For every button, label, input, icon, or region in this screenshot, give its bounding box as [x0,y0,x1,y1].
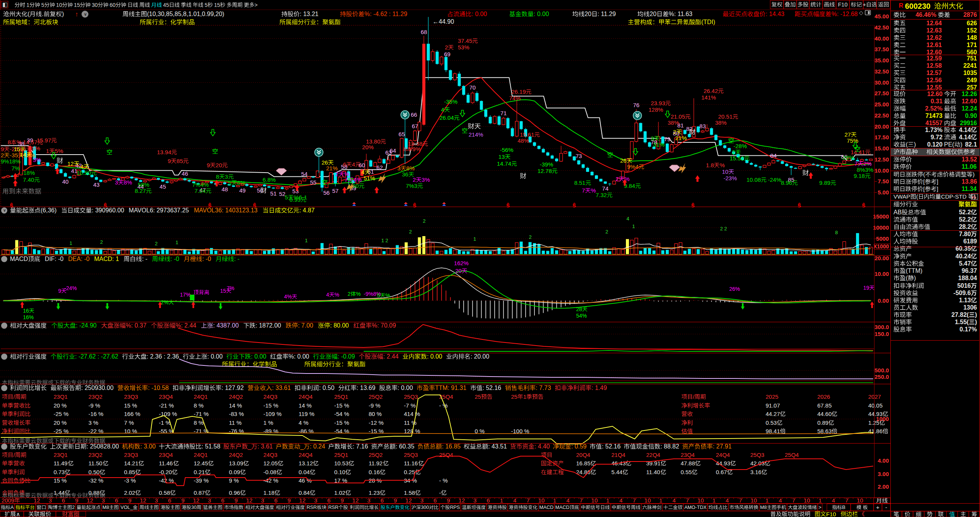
svg-text:5.00: 5.00 [878,189,889,196]
svg-text:8%: 8% [406,165,415,171]
svg-text:500.0: 500.0 [875,367,889,373]
svg-text:26: 26 [620,157,627,164]
svg-text:1000: 1000 [876,416,889,422]
svg-text:2: 2 [529,234,531,240]
svg-text:2: 2 [605,229,608,235]
svg-text:-56%: -56% [500,147,513,153]
svg-text:25Q4: 25Q4 [785,452,799,458]
svg-text:: 4387.00: : 4387.00 [213,322,239,329]
svg-text:0.85: 0.85 [124,469,135,475]
svg-text:26.19: 26.19 [511,88,526,95]
svg-text:1: 1 [632,223,635,229]
svg-text:0.09: 0.09 [229,469,240,475]
svg-text:-: - [439,489,441,496]
svg-text:14.57: 14.57 [23,139,38,145]
svg-text:7: 7 [739,497,742,504]
svg-text:5: 5 [228,179,231,186]
svg-text:9: 9 [58,288,61,294]
svg-text:10: 10 [722,168,728,175]
svg-text:2: 2 [100,239,103,245]
svg-text:A: A [11,505,14,510]
svg-text:30: 30 [92,2,98,8]
svg-text:10.53: 10.53 [334,460,349,466]
svg-text:MACD: MACD [555,505,570,510]
svg-text:37.50: 37.50 [875,46,889,52]
svg-text:12.55: 12.55 [926,84,942,91]
svg-text:4: 4 [619,497,622,504]
svg-text:9: 9 [287,497,291,504]
svg-text:: 4.87: : 4.87 [299,207,315,214]
svg-text:-109 %: -109 % [263,411,282,417]
svg-text:-83 %: -83 % [229,411,244,417]
svg-text:(: ( [923,171,926,178]
svg-text:8: 8 [216,173,219,180]
svg-text:23Q3: 23Q3 [124,452,138,458]
svg-text:X1000: X1000 [874,243,889,250]
svg-text:B: B [842,504,846,510]
svg-text:6.8%: 6.8% [263,176,276,183]
svg-text:20: 20 [455,267,462,274]
svg-text:-86 %: -86 % [299,428,314,434]
svg-text:20%: 20% [362,144,374,150]
svg-text:AMO-TDX: AMO-TDX [684,505,707,510]
svg-text:10: 10 [644,497,651,504]
svg-text:4: 4 [626,216,629,222]
svg-text:70: 70 [469,84,476,91]
svg-text:45.00: 45.00 [875,13,889,20]
svg-text:5.47: 5.47 [959,260,971,267]
svg-text:10: 10 [56,2,62,8]
svg-text:1: 1 [553,497,556,504]
svg-text:4: 4 [441,106,444,113]
svg-text:8%3%: 8%3% [857,166,873,173]
svg-text:4: 4 [673,497,676,504]
svg-text:: 13.69: : 13.69 [357,385,376,391]
svg-text:: -0: : -0 [202,256,211,262]
svg-text:DIF: -0: DIF: -0 [45,256,64,262]
svg-text:-32 %: -32 % [88,477,103,484]
svg-text:28.2: 28.2 [959,223,971,230]
svg-text:7%: 7% [11,165,20,171]
svg-text:0.96: 0.96 [229,489,240,496]
svg-text:6: 6 [62,497,65,504]
svg-text:12: 12 [246,497,253,504]
svg-text:(: ( [906,275,908,281]
svg-text:24Q1: 24Q1 [194,452,208,458]
svg-text:9: 9 [1,146,4,152]
svg-text:5: 5 [285,194,288,201]
svg-text:10: 10 [538,497,545,504]
svg-text:- %: - % [439,477,448,484]
svg-text:: -10.58: : -10.58 [148,385,169,391]
svg-text:26.04: 26.04 [439,114,454,121]
svg-text:85: 85 [176,158,183,164]
svg-text:VWAP: VWAP [893,193,910,200]
svg-text:250.0: 250.0 [875,373,889,380]
svg-text:-3 %: -3 % [124,477,136,484]
svg-text:: 390960.00: : 390960.00 [92,207,124,214]
svg-text:5016: 5016 [957,282,971,289]
svg-text:0.25: 0.25 [404,469,415,475]
svg-text:40.05: 40.05 [868,402,883,409]
svg-text:6: 6 [343,161,346,168]
svg-text:15.61: 15.61 [520,131,534,138]
svg-text:15: 15 [220,288,226,294]
svg-text:12: 12 [193,497,199,504]
svg-text:: 3.61: : 3.61 [257,443,273,450]
svg-text:: 0.00: : 0.00 [427,353,442,360]
svg-text:-16 %: -16 % [88,411,103,417]
svg-text:0.04: 0.04 [299,469,310,475]
svg-text:27.82(: 27.82( [951,312,969,318]
svg-text:25: 25 [511,393,518,400]
svg-text:23.93: 23.93 [651,100,665,106]
svg-text:: 7.00: : 7.00 [298,322,313,329]
svg-text:4: 4 [832,497,835,504]
svg-text:8%: 8% [237,179,245,186]
svg-text:1: 1 [46,148,49,154]
svg-text:11.06: 11.06 [962,163,977,170]
svg-text:12.60: 12.60 [962,98,977,104]
svg-text:9: 9 [181,497,185,504]
svg-text:: 11.29: : 11.29 [598,11,616,17]
svg-text:20: 20 [216,162,222,168]
svg-text:9: 9 [75,497,78,504]
svg-text:44.60: 44.60 [817,411,832,417]
svg-text:17%: 17% [180,292,191,298]
